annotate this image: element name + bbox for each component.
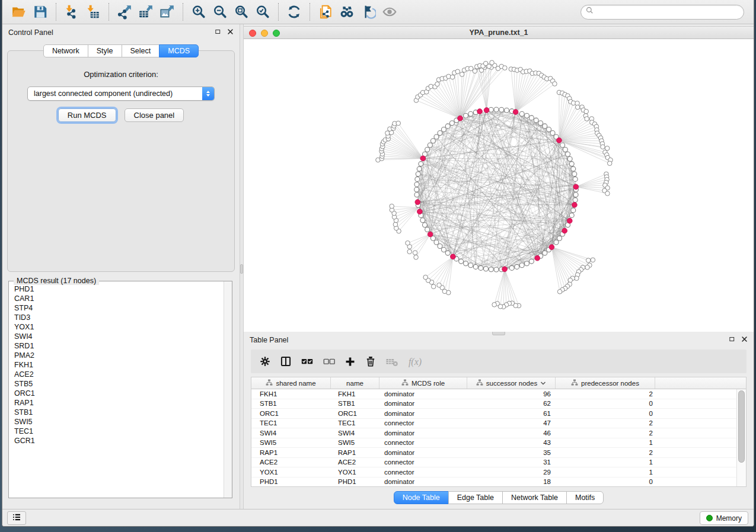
- result-list-item[interactable]: STB5: [14, 379, 232, 389]
- close-panel-icon[interactable]: [227, 28, 234, 37]
- tab-motifs[interactable]: Motifs: [566, 491, 604, 504]
- tab-mcds[interactable]: MCDS: [159, 44, 199, 57]
- table-cell: TEC1: [331, 419, 379, 427]
- result-list-item[interactable]: RAP1: [14, 398, 232, 408]
- table-row[interactable]: FKH1FKH1dominator962: [251, 389, 736, 399]
- hierarchy-icon: [266, 379, 273, 387]
- memory-label: Memory: [716, 514, 742, 523]
- panel-splitter[interactable]: [240, 24, 244, 509]
- close-panel-button[interactable]: Close panel: [125, 108, 184, 122]
- minimize-window-icon[interactable]: [261, 30, 268, 37]
- hide-selected-icon[interactable]: [359, 3, 377, 21]
- column-header-successor-nodes[interactable]: successor nodes: [467, 377, 556, 389]
- table-row[interactable]: ACE2ACE2connector311: [251, 458, 736, 468]
- result-list-item[interactable]: GCR1: [14, 436, 232, 446]
- network-canvas[interactable]: [244, 39, 754, 332]
- column-header-name[interactable]: name: [331, 377, 379, 389]
- zoom-in-icon[interactable]: [190, 3, 208, 21]
- search-box[interactable]: [580, 5, 744, 20]
- tab-network[interactable]: Network: [43, 44, 88, 57]
- column-header-shared-name[interactable]: shared name: [251, 377, 331, 389]
- export-image-icon[interactable]: [158, 3, 176, 21]
- column-header-MCDS-role[interactable]: MCDS role: [379, 377, 467, 389]
- search-network-icon[interactable]: [338, 3, 356, 21]
- result-list-item[interactable]: YOX1: [14, 322, 232, 332]
- import-table-icon[interactable]: [84, 3, 102, 21]
- result-list-item[interactable]: STP4: [14, 303, 232, 313]
- main-content: Control Panel NetworkStyleSelectMCDS Opt…: [2, 24, 754, 509]
- result-list-item[interactable]: PMA2: [14, 351, 232, 360]
- column-header-predecessor-nodes[interactable]: predecessor nodes: [556, 377, 655, 389]
- search-icon: [585, 6, 595, 18]
- tab-node-table[interactable]: Node Table: [394, 491, 449, 504]
- table-row[interactable]: STB1STB1dominator620: [251, 399, 736, 409]
- network-document-icon[interactable]: [317, 3, 334, 21]
- add-icon[interactable]: [344, 356, 356, 367]
- show-panels-button[interactable]: [7, 511, 26, 525]
- export-network-icon[interactable]: [116, 3, 133, 21]
- result-list-item[interactable]: TID3: [14, 313, 232, 322]
- table-scrollbar[interactable]: [736, 389, 746, 486]
- show-columns-icon[interactable]: [280, 355, 292, 367]
- close-window-icon[interactable]: [249, 30, 256, 37]
- zoom-fit-icon[interactable]: [232, 3, 250, 21]
- table-cell: 29: [467, 469, 556, 476]
- criterion-select[interactable]: largest connected component (undirected): [27, 86, 215, 101]
- result-list-item[interactable]: TEC1: [14, 427, 232, 436]
- result-list-item[interactable]: PHD1: [14, 284, 232, 294]
- table-cell: 2: [556, 449, 655, 456]
- deselect-all-icon[interactable]: [323, 355, 336, 368]
- delete-icon[interactable]: [365, 355, 377, 367]
- scrollbar-thumb[interactable]: [738, 390, 745, 463]
- open-file-icon[interactable]: [10, 3, 28, 21]
- result-list-item[interactable]: SWI4: [14, 332, 232, 341]
- memory-button[interactable]: Memory: [700, 511, 748, 525]
- result-list-item[interactable]: STB1: [14, 408, 232, 417]
- zoom-selected-icon[interactable]: [254, 3, 272, 21]
- show-all-icon[interactable]: [381, 3, 398, 21]
- run-mcds-button[interactable]: Run MCDS: [58, 108, 116, 122]
- function-builder-icon[interactable]: f(x): [407, 355, 426, 368]
- import-network-icon[interactable]: [63, 3, 81, 21]
- table-settings-icon[interactable]: [259, 355, 271, 367]
- delete-table-icon[interactable]: [385, 355, 398, 368]
- table-row[interactable]: SWI5SWI5connector431: [251, 438, 736, 448]
- maximize-window-icon[interactable]: [273, 30, 280, 37]
- table-cell: TEC1: [251, 419, 331, 427]
- result-list-item[interactable]: FKH1: [14, 360, 232, 370]
- result-list-item[interactable]: SWI5: [14, 417, 232, 427]
- table-row[interactable]: PHD1PHD1dominator180: [251, 477, 736, 487]
- result-list-scrollbar[interactable]: [224, 281, 232, 498]
- splitter-grip[interactable]: [240, 264, 243, 274]
- zoom-out-icon[interactable]: [211, 3, 229, 21]
- float-table-panel-icon[interactable]: [729, 336, 735, 344]
- table-row[interactable]: YOX1YOX1connector291: [251, 467, 736, 477]
- search-input[interactable]: [595, 6, 744, 18]
- select-all-icon[interactable]: [301, 355, 314, 368]
- result-list-item[interactable]: ACE2: [14, 370, 232, 379]
- table-cell: 2: [556, 419, 655, 427]
- table-cell: SWI5: [331, 439, 379, 446]
- desktop-background: Control Panel NetworkStyleSelectMCDS Opt…: [0, 0, 756, 532]
- table-row[interactable]: SWI4SWI4dominator462: [251, 428, 736, 438]
- tab-select[interactable]: Select: [122, 44, 160, 57]
- tab-edge-table[interactable]: Edge Table: [448, 491, 503, 504]
- float-panel-icon[interactable]: [215, 28, 221, 37]
- tab-network-table[interactable]: Network Table: [502, 491, 567, 504]
- node-table: shared namenameMCDS rolesuccessor nodesp…: [251, 377, 747, 487]
- mcds-result-list[interactable]: PHD1CAR1STP4TID3YOX1SWI4SRD1PMA2FKH1ACE2…: [9, 281, 232, 498]
- table-row[interactable]: ORC1ORC1dominator610: [251, 409, 736, 419]
- table-row[interactable]: RAP1RAP1dominator352: [251, 448, 736, 458]
- export-table-icon[interactable]: [137, 3, 155, 21]
- layout-refresh-icon[interactable]: [285, 3, 303, 21]
- table-row[interactable]: TEC1TEC1connector472: [251, 419, 736, 429]
- tab-style[interactable]: Style: [88, 44, 122, 57]
- save-session-icon[interactable]: [31, 3, 49, 21]
- table-cell: 46: [467, 430, 556, 437]
- close-table-panel-icon[interactable]: [741, 336, 748, 344]
- criterion-value: largest connected component (undirected): [28, 87, 202, 100]
- result-list-item[interactable]: CAR1: [14, 294, 232, 303]
- header-filler: [655, 377, 746, 389]
- result-list-item[interactable]: SRD1: [14, 341, 232, 351]
- result-list-item[interactable]: ORC1: [14, 389, 232, 398]
